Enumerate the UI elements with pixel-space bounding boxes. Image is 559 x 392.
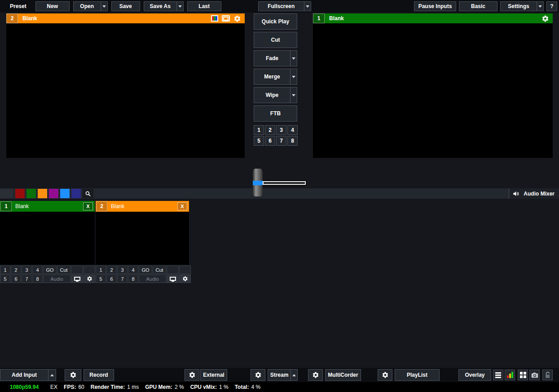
basic-button[interactable]: Basic xyxy=(459,1,497,11)
input2-key-3[interactable]: 3 xyxy=(117,266,128,274)
save-as-dropdown[interactable] xyxy=(177,1,184,11)
category-swatch-red[interactable] xyxy=(15,189,25,198)
multiview-button[interactable] xyxy=(518,370,528,380)
input2-close-button[interactable]: X xyxy=(177,202,187,210)
settings-button[interactable]: Settings xyxy=(500,1,537,11)
fullscreen-dropdown[interactable] xyxy=(304,1,311,11)
last-button[interactable]: Last xyxy=(187,1,221,11)
input1-key-3[interactable]: 3 xyxy=(22,266,32,274)
fade-button[interactable]: Fade xyxy=(254,50,291,66)
category-swatch-orange[interactable] xyxy=(38,189,47,198)
gear-icon[interactable] xyxy=(541,15,549,22)
transition-number-7[interactable]: 7 xyxy=(276,136,286,146)
input1-cut-button[interactable]: Cut xyxy=(57,266,70,274)
category-swatch-green[interactable] xyxy=(26,189,36,198)
search-button[interactable] xyxy=(83,189,93,198)
audio-mixer-button[interactable]: Audio Mixer xyxy=(509,188,559,199)
input2-key-7[interactable]: 7 xyxy=(117,274,128,283)
audio-levels-button[interactable] xyxy=(505,370,515,380)
input1-key-5[interactable]: 5 xyxy=(0,274,10,283)
category-swatch-blue[interactable] xyxy=(60,189,70,198)
input1-key-blank2[interactable] xyxy=(84,266,95,274)
input1-header[interactable]: 1 Blank X xyxy=(0,201,95,212)
multicorder-button[interactable]: MultiCorder xyxy=(325,369,361,381)
category-swatch-purple[interactable] xyxy=(49,189,58,198)
input2-settings-button[interactable] xyxy=(179,274,191,283)
input1-key-4[interactable]: 4 xyxy=(32,266,43,274)
input2-key-2[interactable]: 2 xyxy=(106,266,117,274)
input2-thumbnail[interactable] xyxy=(96,212,189,265)
shortcuts-menu-button[interactable] xyxy=(493,370,503,380)
tbar-track[interactable] xyxy=(263,181,306,185)
overlay-button[interactable]: Overlay xyxy=(458,369,491,381)
transition-number-6[interactable]: 6 xyxy=(265,136,275,146)
input1-key-8[interactable]: 8 xyxy=(32,274,43,283)
transition-number-5[interactable]: 5 xyxy=(254,136,264,146)
ftb-button[interactable]: FTB xyxy=(254,105,297,122)
save-button[interactable]: Save xyxy=(111,1,140,11)
transition-number-1[interactable]: 1 xyxy=(254,125,264,135)
transition-number-4[interactable]: 4 xyxy=(287,125,298,135)
add-input-button[interactable]: Add Input xyxy=(0,369,48,381)
open-button[interactable]: Open xyxy=(73,1,101,11)
multicorder-settings-button[interactable] xyxy=(308,369,323,381)
preview-header[interactable]: 2 Blank xyxy=(6,13,245,23)
gear-icon[interactable] xyxy=(233,15,241,22)
input2-go-button[interactable]: GO xyxy=(139,266,152,274)
save-as-button[interactable]: Save As xyxy=(144,1,177,11)
open-dropdown[interactable] xyxy=(101,1,108,11)
lock-button[interactable] xyxy=(542,370,553,380)
input2-fullscreen-button[interactable] xyxy=(167,274,179,283)
fullscreen-output-icon[interactable] xyxy=(222,15,230,22)
help-button[interactable]: ? xyxy=(546,1,557,11)
add-input-dropdown[interactable] xyxy=(48,369,56,381)
input2-key-5[interactable]: 5 xyxy=(96,274,106,283)
playlist-button[interactable]: PlayList xyxy=(395,369,440,381)
input1-key-7[interactable]: 7 xyxy=(22,274,32,283)
input1-thumbnail[interactable] xyxy=(0,212,95,265)
input1-key-blank1[interactable] xyxy=(71,266,83,274)
transition-tbar[interactable] xyxy=(253,169,307,196)
stream-settings-button[interactable] xyxy=(251,369,265,381)
settings-dropdown[interactable] xyxy=(537,1,544,11)
external-settings-button[interactable] xyxy=(185,369,199,381)
fade-dropdown[interactable] xyxy=(291,50,297,66)
pause-inputs-button[interactable]: Pause Inputs xyxy=(414,1,456,11)
input1-close-button[interactable]: X xyxy=(83,202,93,210)
input1-audio-button[interactable]: Audio xyxy=(43,274,70,283)
stream-button[interactable]: Stream xyxy=(268,369,291,381)
fullscreen-button[interactable]: Fullscreen xyxy=(258,1,304,11)
transition-number-2[interactable]: 2 xyxy=(265,125,275,135)
record-settings-button[interactable] xyxy=(65,369,81,381)
preview-video[interactable] xyxy=(6,23,245,158)
input2-key-6[interactable]: 6 xyxy=(106,274,117,283)
program-header[interactable]: 1 Blank xyxy=(313,13,553,23)
input1-settings-button[interactable] xyxy=(84,274,95,283)
input2-key-4[interactable]: 4 xyxy=(128,266,138,274)
merge-dropdown[interactable] xyxy=(291,69,297,85)
tbar-handle[interactable] xyxy=(253,169,263,196)
cut-button[interactable]: Cut xyxy=(254,32,297,48)
category-swatch-none[interactable] xyxy=(0,189,13,198)
input2-audio-button[interactable]: Audio xyxy=(139,274,166,283)
input2-key-blank2[interactable] xyxy=(179,266,191,274)
snapshot-button[interactable] xyxy=(529,370,540,380)
wipe-button[interactable]: Wipe xyxy=(254,87,291,103)
merge-button[interactable]: Merge xyxy=(254,69,291,85)
input1-go-button[interactable]: GO xyxy=(43,266,57,274)
external-button[interactable]: External xyxy=(200,369,227,381)
transition-number-3[interactable]: 3 xyxy=(276,125,286,135)
input2-key-1[interactable]: 1 xyxy=(96,266,106,274)
input1-key-1[interactable]: 1 xyxy=(0,266,10,274)
input2-key-8[interactable]: 8 xyxy=(128,274,138,283)
stream-dropdown[interactable] xyxy=(291,369,298,381)
wipe-dropdown[interactable] xyxy=(291,87,297,103)
program-video[interactable] xyxy=(313,23,553,158)
colorbars-icon[interactable] xyxy=(211,15,218,22)
new-button[interactable]: New xyxy=(35,1,70,11)
input1-fullscreen-button[interactable] xyxy=(71,274,83,283)
input2-key-blank1[interactable] xyxy=(167,266,179,274)
playlist-settings-button[interactable] xyxy=(378,369,392,381)
input2-cut-button[interactable]: Cut xyxy=(153,266,166,274)
quick-play-button[interactable]: Quick Play xyxy=(254,13,297,30)
